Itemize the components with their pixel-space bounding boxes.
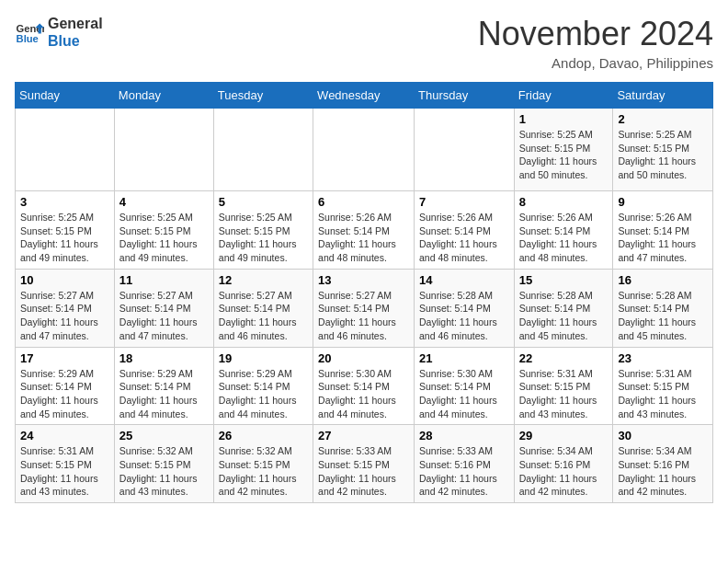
calendar-cell: 5Sunrise: 5:25 AM Sunset: 5:15 PM Daylig… <box>213 191 313 270</box>
cell-info: Sunrise: 5:30 AM Sunset: 5:14 PM Dayligh… <box>419 367 509 421</box>
calendar-cell: 15Sunrise: 5:28 AM Sunset: 5:14 PM Dayli… <box>514 269 613 347</box>
calendar-cell: 23Sunrise: 5:31 AM Sunset: 5:15 PM Dayli… <box>613 347 713 425</box>
day-number: 9 <box>618 195 708 209</box>
calendar-cell: 12Sunrise: 5:27 AM Sunset: 5:14 PM Dayli… <box>213 269 313 347</box>
day-number: 6 <box>318 195 409 209</box>
calendar-cell: 26Sunrise: 5:32 AM Sunset: 5:15 PM Dayli… <box>213 425 313 503</box>
day-number: 2 <box>618 112 708 126</box>
logo-line2: Blue <box>48 32 103 50</box>
day-number: 15 <box>519 273 609 287</box>
cell-info: Sunrise: 5:31 AM Sunset: 5:15 PM Dayligh… <box>20 444 109 499</box>
calendar-cell: 11Sunrise: 5:27 AM Sunset: 5:14 PM Dayli… <box>114 269 213 347</box>
cell-info: Sunrise: 5:32 AM Sunset: 5:15 PM Dayligh… <box>119 444 209 499</box>
day-number: 18 <box>119 351 209 365</box>
day-number: 27 <box>318 429 409 442</box>
cell-info: Sunrise: 5:33 AM Sunset: 5:16 PM Dayligh… <box>419 444 509 499</box>
cell-info: Sunrise: 5:28 AM Sunset: 5:14 PM Dayligh… <box>618 289 708 343</box>
day-number: 21 <box>419 351 509 365</box>
day-number: 4 <box>119 195 209 209</box>
weekday-header-wednesday: Wednesday <box>313 83 415 109</box>
day-number: 23 <box>618 351 708 365</box>
calendar-cell <box>313 109 415 191</box>
weekday-header-friday: Friday <box>514 83 613 109</box>
cell-info: Sunrise: 5:34 AM Sunset: 5:16 PM Dayligh… <box>519 444 609 499</box>
weekday-header-tuesday: Tuesday <box>213 83 313 109</box>
cell-info: Sunrise: 5:29 AM Sunset: 5:14 PM Dayligh… <box>20 367 109 421</box>
day-number: 26 <box>219 429 308 442</box>
cell-info: Sunrise: 5:26 AM Sunset: 5:14 PM Dayligh… <box>318 211 409 265</box>
cell-info: Sunrise: 5:31 AM Sunset: 5:15 PM Dayligh… <box>519 367 609 421</box>
cell-info: Sunrise: 5:28 AM Sunset: 5:14 PM Dayligh… <box>519 289 609 343</box>
title-block: November 2024 Andop, Davao, Philippines <box>478 15 713 71</box>
day-number: 14 <box>419 273 509 287</box>
calendar-cell: 25Sunrise: 5:32 AM Sunset: 5:15 PM Dayli… <box>114 425 213 503</box>
calendar-cell: 24Sunrise: 5:31 AM Sunset: 5:15 PM Dayli… <box>16 425 115 503</box>
cell-info: Sunrise: 5:31 AM Sunset: 5:15 PM Dayligh… <box>618 367 708 421</box>
weekday-header-row: SundayMondayTuesdayWednesdayThursdayFrid… <box>16 83 713 109</box>
calendar-cell: 29Sunrise: 5:34 AM Sunset: 5:16 PM Dayli… <box>514 425 613 503</box>
svg-text:Blue: Blue <box>17 33 39 44</box>
calendar-cell <box>415 109 515 191</box>
logo: General Blue General Blue <box>15 15 103 50</box>
calendar-cell <box>213 109 313 191</box>
weekday-header-sunday: Sunday <box>16 83 115 109</box>
week-row-1: 1Sunrise: 5:25 AM Sunset: 5:15 PM Daylig… <box>16 109 713 191</box>
calendar-cell: 1Sunrise: 5:25 AM Sunset: 5:15 PM Daylig… <box>514 109 613 191</box>
calendar-cell: 14Sunrise: 5:28 AM Sunset: 5:14 PM Dayli… <box>415 269 515 347</box>
day-number: 29 <box>519 429 609 442</box>
cell-info: Sunrise: 5:27 AM Sunset: 5:14 PM Dayligh… <box>318 289 409 343</box>
day-number: 1 <box>519 112 609 126</box>
cell-info: Sunrise: 5:28 AM Sunset: 5:14 PM Dayligh… <box>419 289 509 343</box>
calendar-cell: 28Sunrise: 5:33 AM Sunset: 5:16 PM Dayli… <box>415 425 515 503</box>
cell-info: Sunrise: 5:25 AM Sunset: 5:15 PM Dayligh… <box>20 211 109 265</box>
month-title: November 2024 <box>478 15 713 53</box>
cell-info: Sunrise: 5:27 AM Sunset: 5:14 PM Dayligh… <box>219 289 308 343</box>
day-number: 3 <box>20 195 109 209</box>
calendar-cell: 8Sunrise: 5:26 AM Sunset: 5:14 PM Daylig… <box>514 191 613 270</box>
calendar-cell: 20Sunrise: 5:30 AM Sunset: 5:14 PM Dayli… <box>313 347 415 425</box>
calendar-cell: 21Sunrise: 5:30 AM Sunset: 5:14 PM Dayli… <box>415 347 515 425</box>
week-row-4: 17Sunrise: 5:29 AM Sunset: 5:14 PM Dayli… <box>16 347 713 425</box>
page-header: General Blue General Blue November 2024 … <box>15 15 713 71</box>
calendar-cell: 17Sunrise: 5:29 AM Sunset: 5:14 PM Dayli… <box>16 347 115 425</box>
week-row-5: 24Sunrise: 5:31 AM Sunset: 5:15 PM Dayli… <box>16 425 713 503</box>
logo-line1: General <box>48 15 103 32</box>
weekday-header-thursday: Thursday <box>415 83 515 109</box>
calendar-cell: 7Sunrise: 5:26 AM Sunset: 5:14 PM Daylig… <box>415 191 515 270</box>
calendar-table: SundayMondayTuesdayWednesdayThursdayFrid… <box>15 82 713 503</box>
day-number: 13 <box>318 273 409 287</box>
calendar-cell <box>114 109 213 191</box>
cell-info: Sunrise: 5:34 AM Sunset: 5:16 PM Dayligh… <box>618 444 708 499</box>
cell-info: Sunrise: 5:30 AM Sunset: 5:14 PM Dayligh… <box>318 367 409 421</box>
day-number: 5 <box>219 195 308 209</box>
day-number: 11 <box>119 273 209 287</box>
day-number: 10 <box>20 273 109 287</box>
calendar-cell: 4Sunrise: 5:25 AM Sunset: 5:15 PM Daylig… <box>114 191 213 270</box>
cell-info: Sunrise: 5:26 AM Sunset: 5:14 PM Dayligh… <box>519 211 609 265</box>
calendar-cell: 27Sunrise: 5:33 AM Sunset: 5:15 PM Dayli… <box>313 425 415 503</box>
cell-info: Sunrise: 5:29 AM Sunset: 5:14 PM Dayligh… <box>219 367 308 421</box>
day-number: 20 <box>318 351 409 365</box>
cell-info: Sunrise: 5:25 AM Sunset: 5:15 PM Dayligh… <box>618 128 708 182</box>
calendar-cell <box>16 109 115 191</box>
calendar-cell: 19Sunrise: 5:29 AM Sunset: 5:14 PM Dayli… <box>213 347 313 425</box>
calendar-cell: 30Sunrise: 5:34 AM Sunset: 5:16 PM Dayli… <box>613 425 713 503</box>
cell-info: Sunrise: 5:25 AM Sunset: 5:15 PM Dayligh… <box>219 211 308 265</box>
cell-info: Sunrise: 5:27 AM Sunset: 5:14 PM Dayligh… <box>119 289 209 343</box>
cell-info: Sunrise: 5:27 AM Sunset: 5:14 PM Dayligh… <box>20 289 109 343</box>
cell-info: Sunrise: 5:25 AM Sunset: 5:15 PM Dayligh… <box>519 128 609 182</box>
week-row-3: 10Sunrise: 5:27 AM Sunset: 5:14 PM Dayli… <box>16 269 713 347</box>
weekday-header-saturday: Saturday <box>613 83 713 109</box>
cell-info: Sunrise: 5:26 AM Sunset: 5:14 PM Dayligh… <box>419 211 509 265</box>
cell-info: Sunrise: 5:25 AM Sunset: 5:15 PM Dayligh… <box>119 211 209 265</box>
day-number: 12 <box>219 273 308 287</box>
cell-info: Sunrise: 5:32 AM Sunset: 5:15 PM Dayligh… <box>219 444 308 499</box>
day-number: 16 <box>618 273 708 287</box>
calendar-cell: 2Sunrise: 5:25 AM Sunset: 5:15 PM Daylig… <box>613 109 713 191</box>
logo-wordmark: General Blue <box>48 15 103 50</box>
calendar-cell: 9Sunrise: 5:26 AM Sunset: 5:14 PM Daylig… <box>613 191 713 270</box>
day-number: 17 <box>20 351 109 365</box>
location-subtitle: Andop, Davao, Philippines <box>478 55 713 71</box>
week-row-2: 3Sunrise: 5:25 AM Sunset: 5:15 PM Daylig… <box>16 191 713 270</box>
cell-info: Sunrise: 5:26 AM Sunset: 5:14 PM Dayligh… <box>618 211 708 265</box>
